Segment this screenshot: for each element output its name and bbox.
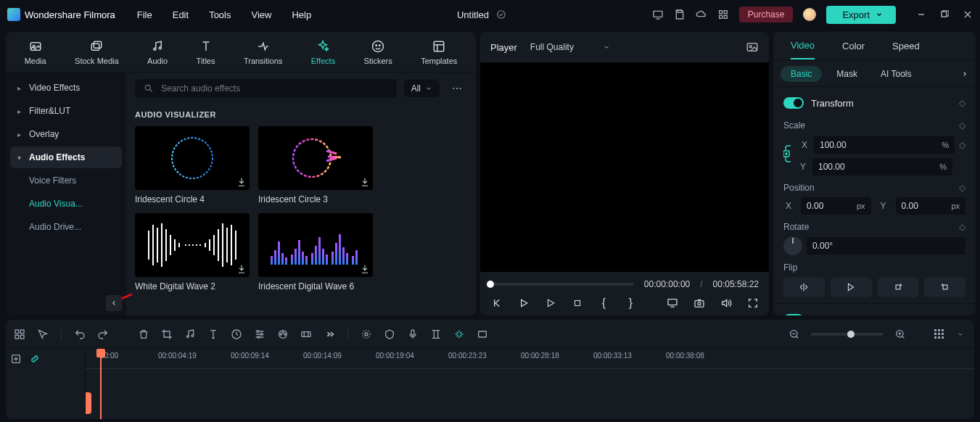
layout-button[interactable] (13, 328, 26, 340)
mark-out-button[interactable]: } (625, 297, 637, 310)
text-button[interactable] (207, 328, 220, 340)
zoom-in-button[interactable] (894, 328, 907, 340)
timeline-ruler[interactable]: 00:00 00:00:04:19 00:00:09:14 00:00:14:0… (86, 349, 974, 369)
color-button[interactable] (276, 328, 289, 340)
delete-button[interactable] (137, 328, 150, 340)
view-more-button[interactable] (954, 331, 967, 338)
mask-tool-button[interactable] (383, 328, 396, 340)
effect-thumb[interactable]: Iridescent Circle 3 (258, 126, 373, 204)
rotate-knob[interactable] (783, 236, 802, 255)
rotate-ccw-button[interactable] (924, 277, 965, 297)
collapse-sidebar-button[interactable] (106, 295, 122, 311)
seek-thumb[interactable] (487, 281, 494, 288)
tab-templates[interactable]: Templates (419, 36, 458, 68)
undo-button[interactable] (73, 328, 86, 340)
adjust-button[interactable] (253, 328, 266, 340)
device-icon[interactable] (652, 9, 664, 20)
more-options-button[interactable] (447, 78, 467, 99)
tab-stickers[interactable]: Stickers (363, 36, 394, 68)
download-icon[interactable] (360, 264, 370, 274)
snapshot-button[interactable] (746, 41, 759, 54)
tab-titles[interactable]: Titles (195, 36, 217, 68)
display-button[interactable] (666, 297, 678, 309)
sidebar-item-audio-effects[interactable]: ▾Audio Effects (10, 146, 122, 168)
sidebar-item-overlay[interactable]: ▸Overlay (10, 123, 122, 145)
seek-track[interactable] (490, 283, 634, 286)
effects-tool-button[interactable] (360, 328, 373, 340)
download-icon[interactable] (236, 177, 247, 187)
ratio-button[interactable] (476, 328, 489, 340)
tab-stock-media[interactable]: Stock Media (73, 36, 120, 68)
playhead[interactable] (100, 349, 102, 419)
flip-vertical-button[interactable] (831, 277, 872, 297)
download-icon[interactable] (360, 177, 370, 187)
purchase-button[interactable]: Purchase (739, 7, 794, 22)
rotate-cw-button[interactable] (878, 277, 919, 297)
auto-button[interactable] (453, 328, 466, 340)
timeline-tracks[interactable]: 00:00 00:00:04:19 00:00:09:14 00:00:14:0… (86, 349, 974, 419)
export-button[interactable]: Export (826, 6, 896, 24)
keyframe-icon[interactable]: ◇ (959, 98, 965, 108)
effect-thumb[interactable]: Iridescent Circle 4 (135, 126, 250, 204)
inspector-tab-video[interactable]: Video (791, 33, 815, 59)
zoom-slider[interactable] (811, 333, 884, 336)
search-input[interactable] (161, 83, 388, 94)
select-tool-button[interactable] (36, 328, 49, 340)
volume-button[interactable] (720, 297, 732, 309)
flip-horizontal-button[interactable] (783, 277, 825, 297)
prev-frame-button[interactable] (490, 297, 503, 309)
play-segment-button[interactable] (544, 298, 556, 308)
sidebar-sub-voice-filters[interactable]: Voice Filters (10, 170, 122, 191)
mark-in-button[interactable]: { (598, 297, 610, 310)
sidebar-item-video-effects[interactable]: ▸Video Effects (10, 77, 122, 99)
close-button[interactable] (963, 9, 973, 20)
pos-y-input[interactable]: 0.00px (896, 197, 966, 215)
sidebar-sub-audio-visualizer[interactable]: Audio Visua... (10, 193, 122, 215)
menu-edit[interactable]: Edit (173, 9, 189, 20)
player-viewport[interactable] (480, 62, 769, 272)
subtab-scroll-right[interactable] (961, 70, 968, 78)
pos-x-input[interactable]: 0.00px (801, 197, 871, 215)
speed-button[interactable] (230, 328, 243, 340)
sidebar-item-filter-lut[interactable]: ▸Filter&LUT (10, 100, 122, 122)
subtab-ai-tools[interactable]: AI Tools (872, 66, 920, 82)
quality-dropdown[interactable]: Full Quality (530, 42, 610, 52)
marker-button[interactable] (429, 328, 442, 340)
maximize-button[interactable] (939, 9, 950, 20)
effect-thumb[interactable]: White Digital Wave 2 (135, 213, 250, 291)
subtab-mask[interactable]: Mask (828, 66, 866, 82)
filter-all-button[interactable]: All (404, 80, 440, 97)
music-button[interactable] (184, 328, 197, 340)
stop-button[interactable] (571, 298, 583, 308)
transform-toggle[interactable] (783, 97, 804, 109)
tab-transitions[interactable]: Transitions (242, 36, 284, 68)
apps-icon[interactable] (717, 9, 729, 20)
minimize-button[interactable] (916, 9, 926, 20)
menu-view[interactable]: View (251, 9, 271, 20)
rotate-input[interactable]: 0.00° (807, 237, 965, 255)
download-icon[interactable] (236, 264, 247, 274)
keyframe-icon[interactable]: ◇ (959, 315, 965, 315)
fullscreen-button[interactable] (746, 297, 759, 309)
view-options-button[interactable] (934, 329, 944, 339)
more-tools-button[interactable] (323, 328, 336, 340)
link-icon[interactable] (783, 144, 795, 164)
zoom-thumb[interactable] (847, 331, 855, 338)
effect-thumb[interactable]: Iridescent Digital Wave 6 (258, 213, 373, 291)
save-icon[interactable] (674, 9, 685, 20)
clip[interactable] (86, 392, 91, 414)
cloud-icon[interactable] (696, 9, 707, 20)
subtab-basic[interactable]: Basic (781, 66, 822, 82)
play-button[interactable] (517, 297, 530, 309)
inspector-tab-speed[interactable]: Speed (892, 33, 920, 59)
redo-button[interactable] (96, 328, 110, 340)
link-tracks-button[interactable] (29, 353, 41, 365)
tab-media[interactable]: Media (23, 36, 48, 68)
scale-y-input[interactable]: 100.00% (812, 158, 952, 175)
menu-tools[interactable]: Tools (209, 9, 231, 20)
avatar[interactable] (803, 8, 816, 21)
keyframe-icon[interactable]: ◇ (959, 140, 965, 150)
inspector-tab-color[interactable]: Color (842, 33, 865, 59)
voice-button[interactable] (406, 328, 419, 340)
keyframe-icon[interactable]: ◇ (959, 120, 965, 131)
